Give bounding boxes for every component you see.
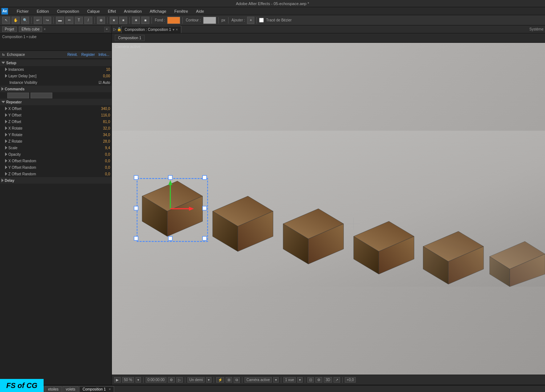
- menu-aide[interactable]: Aide: [194, 8, 206, 14]
- tool-rect[interactable]: ▬: [56, 17, 64, 24]
- view-count-dropdown[interactable]: ▾: [297, 377, 303, 383]
- command-btn-2[interactable]: [31, 93, 52, 98]
- setup-section-header[interactable]: Setup: [0, 60, 112, 66]
- z-rotate-value[interactable]: 28,0: [88, 139, 110, 143]
- menu-animation[interactable]: Animation: [122, 8, 144, 14]
- x-rotate-icon: [5, 126, 7, 130]
- tab-comp1[interactable]: Composition 1 ×: [79, 386, 114, 392]
- quality-btn[interactable]: Un demi: [187, 377, 205, 383]
- camera-view-btn[interactable]: Caméra active: [245, 377, 271, 383]
- x-rotate-value[interactable]: 32,0: [88, 126, 110, 130]
- timecode-display[interactable]: 0:00:00:00: [146, 377, 166, 383]
- shape-rect-filled[interactable]: ■: [141, 17, 149, 24]
- zoom-btn[interactable]: 50 %: [122, 377, 134, 383]
- tool-type[interactable]: T: [75, 17, 83, 24]
- tool-select[interactable]: ↖: [2, 17, 10, 24]
- fast-preview-btn[interactable]: ⚡: [216, 377, 224, 383]
- comp-tab-x[interactable]: ×: [176, 28, 178, 32]
- tool-zoom[interactable]: 🔍: [21, 17, 29, 24]
- instance-vis-label: Instance Visibility: [9, 81, 88, 85]
- comp-tab-close[interactable]: ▾: [173, 28, 174, 32]
- mask-btn[interactable]: ⧉: [234, 377, 240, 383]
- 3d-btn[interactable]: 3D: [324, 377, 332, 383]
- tool-puppet[interactable]: ★: [110, 17, 118, 24]
- menu-fichier[interactable]: Fichier: [15, 8, 31, 14]
- z-rotate-label: Z Rotate: [8, 139, 88, 143]
- delay-section-header[interactable]: Delay: [0, 177, 112, 184]
- y-offset-value[interactable]: 116,0: [88, 113, 110, 117]
- y-rotate-icon: [5, 133, 7, 136]
- snap-btn[interactable]: ⊡: [307, 377, 314, 383]
- play-btn[interactable]: ▶: [114, 377, 121, 383]
- tool-hand[interactable]: ✋: [12, 17, 20, 24]
- reinit-btn[interactable]: Réinit.: [67, 53, 77, 57]
- menu-calque[interactable]: Calque: [85, 8, 102, 14]
- layer-delay-value[interactable]: 0,00: [88, 74, 110, 78]
- render-btn[interactable]: ⚙: [168, 377, 175, 383]
- view-sep-3: [214, 377, 214, 383]
- menu-edition[interactable]: Edition: [35, 8, 51, 14]
- comp-main-tab[interactable]: Composition : Composition 1 ▾ ×: [121, 26, 181, 33]
- y-offset-rand-value[interactable]: 0,0: [88, 166, 110, 170]
- y-offset-label: Y Offset: [8, 113, 88, 117]
- contour-color[interactable]: [203, 17, 216, 24]
- commands-section-header[interactable]: Commands: [0, 86, 112, 92]
- trace-checkbox[interactable]: [259, 18, 264, 23]
- tab-comp1-close[interactable]: ×: [109, 387, 111, 391]
- motion-btn[interactable]: ↗: [334, 377, 340, 383]
- delay-collapse-icon: [1, 179, 4, 182]
- command-btn-1[interactable]: [7, 93, 29, 98]
- watermark-text: FS of CG: [6, 381, 37, 390]
- tab-volets[interactable]: volets: [62, 386, 78, 392]
- instances-value[interactable]: 10: [88, 68, 110, 72]
- effects-tab[interactable]: Effets cube: [19, 26, 42, 32]
- shape-star[interactable]: ★: [132, 17, 140, 24]
- svg-rect-7: [134, 236, 138, 240]
- tab-etoiles[interactable]: etoiles: [45, 386, 62, 392]
- zoom-dropdown[interactable]: ▾: [136, 377, 141, 383]
- opacity-value[interactable]: 0,0: [88, 152, 110, 156]
- contour-label: Contour :: [186, 18, 201, 22]
- ajouter-icon[interactable]: +: [247, 17, 254, 24]
- toolbar-sep-8: [218, 17, 219, 24]
- register-btn[interactable]: Register: [81, 53, 95, 57]
- view-count-btn[interactable]: 1 vue: [283, 377, 296, 383]
- tool-back[interactable]: ↪: [43, 17, 51, 24]
- toolbar-sep-6: [152, 17, 152, 24]
- z-offset-value[interactable]: 81,0: [88, 120, 110, 124]
- system-label: Système: [529, 27, 544, 31]
- infos-btn[interactable]: Infos...: [98, 53, 109, 57]
- x-offset-rand-value[interactable]: 0,0: [88, 159, 110, 163]
- menu-effet[interactable]: Effet: [106, 8, 118, 14]
- grid-btn[interactable]: ⊞: [226, 377, 232, 383]
- project-tab[interactable]: Projet: [2, 26, 17, 32]
- commands-collapse-icon: [1, 87, 4, 91]
- y-rotate-value[interactable]: 34,0: [88, 133, 110, 137]
- menu-affichage[interactable]: Affichage: [148, 8, 169, 14]
- z-offset-label: Z Offset: [8, 120, 88, 124]
- panel-menu-btn[interactable]: ≡: [104, 27, 109, 32]
- tool-brush[interactable]: /: [84, 17, 92, 24]
- camera-dropdown[interactable]: ▾: [273, 377, 279, 383]
- scale-value[interactable]: 9,4: [88, 146, 110, 150]
- repeater-section-header[interactable]: Repeater: [0, 99, 112, 105]
- quality-dropdown[interactable]: ▾: [206, 377, 211, 383]
- comp-name-tab-inner[interactable]: Composition 1: [115, 35, 145, 41]
- menu-fenetre[interactable]: Fenêtre: [172, 8, 190, 14]
- tool-pen[interactable]: ✏: [65, 17, 73, 24]
- comp-name-bar: Composition 1: [112, 33, 545, 43]
- tool-clone[interactable]: ⊕: [97, 17, 105, 24]
- menu-bar: Ae Fichier Edition Composition Calque Ef…: [0, 7, 545, 15]
- instance-vis-value[interactable]: ☑ Auto: [88, 81, 110, 85]
- tool-rotate[interactable]: ↩: [34, 17, 42, 24]
- instance-vis-checkbox[interactable]: ☑: [98, 81, 102, 85]
- fond-color[interactable]: [167, 17, 180, 24]
- preview-btn[interactable]: ▷: [176, 377, 183, 383]
- viewer-area: Composition 1 Caméra active: [112, 33, 545, 385]
- effects-panel: fx Echospace Réinit. Register Infos... S…: [0, 51, 112, 385]
- settings-btn[interactable]: ⚙: [315, 377, 322, 383]
- x-offset-value[interactable]: 340,0: [88, 107, 110, 111]
- menu-composition[interactable]: Composition: [55, 8, 81, 14]
- z-offset-rand-value[interactable]: 0,0: [88, 172, 110, 176]
- tool-puppet2[interactable]: ★: [119, 17, 127, 24]
